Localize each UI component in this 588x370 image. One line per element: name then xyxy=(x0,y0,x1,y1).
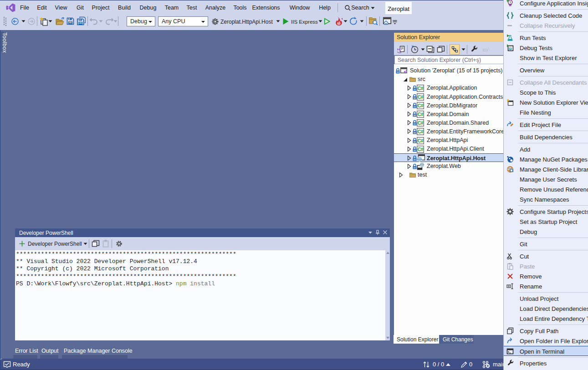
svg-text:C#: C# xyxy=(418,103,424,108)
svg-text:?: ? xyxy=(509,1,511,4)
svg-text:C#: C# xyxy=(418,120,424,126)
svg-text:C#: C# xyxy=(418,138,424,143)
svg-text:C#: C# xyxy=(418,129,424,134)
svg-text:C#: C# xyxy=(418,94,424,100)
svg-text:C#: C# xyxy=(418,147,424,152)
svg-text:C#: C# xyxy=(418,112,424,117)
svg-text:C#: C# xyxy=(418,86,424,91)
